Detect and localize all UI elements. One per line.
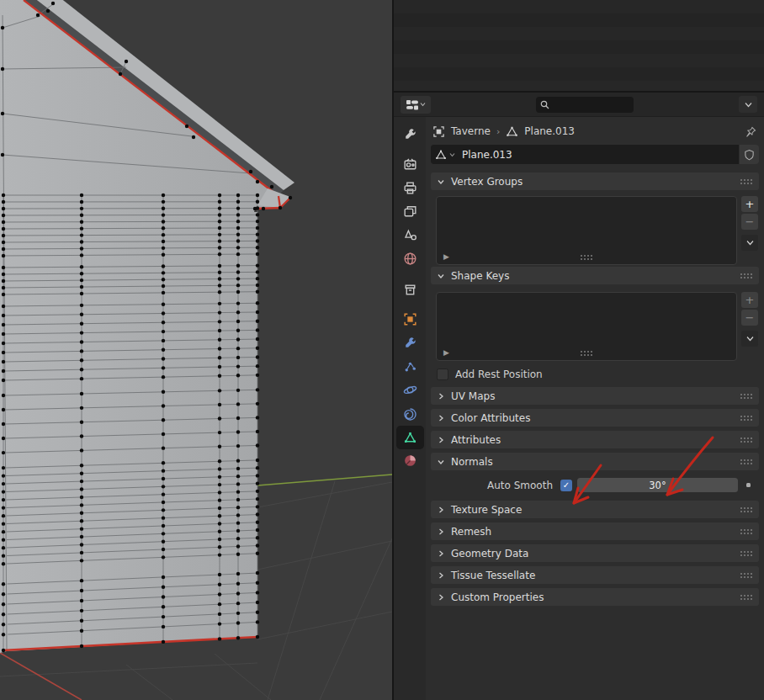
header-menu-button[interactable] (739, 96, 757, 113)
object-data-properties-icon (402, 430, 418, 446)
tab-output[interactable] (396, 176, 424, 199)
grip-icon[interactable] (740, 506, 753, 513)
modifier-properties-icon (402, 335, 418, 351)
chevron-down-icon (420, 102, 426, 107)
auto-smooth-row: Auto Smooth ✓ 30° (431, 475, 759, 501)
panel-header-collapsed[interactable]: Remesh (431, 522, 759, 540)
tab-object-data[interactable] (396, 426, 424, 449)
material-properties-icon (402, 453, 418, 469)
vertex-group-specials-button[interactable] (741, 235, 758, 251)
auto-smooth-checkbox[interactable]: ✓ (560, 480, 572, 491)
tab-tool[interactable] (396, 122, 424, 146)
panel-shape-keys: Shape Keys ▶ (431, 267, 759, 387)
pin-icon[interactable] (745, 125, 757, 138)
panel-header-collapsed[interactable]: UV Maps (431, 387, 759, 405)
auto-smooth-angle-slider[interactable]: 30° (577, 478, 738, 492)
grip-icon[interactable] (740, 415, 753, 422)
breadcrumb-object-name[interactable]: Taverne (451, 125, 491, 137)
tab-particles[interactable] (396, 354, 424, 378)
auto-smooth-label: Auto Smooth (431, 480, 555, 491)
add-shape-key-button[interactable]: + (741, 292, 758, 308)
fake-user-button[interactable] (740, 145, 759, 164)
panel-header-collapsed[interactable]: Color Attributes (431, 409, 759, 427)
panel-title: Shape Keys (451, 270, 734, 282)
tab-object[interactable] (396, 307, 424, 331)
vertex-groups-list[interactable]: ▶ (436, 196, 737, 265)
tab-view-layer[interactable] (396, 199, 424, 223)
remove-shape-key-button[interactable]: − (741, 310, 758, 326)
grip-icon[interactable] (740, 273, 753, 279)
output-properties-icon (402, 180, 418, 196)
shape-key-specials-button[interactable] (741, 331, 758, 347)
normals-header[interactable]: Normals (431, 453, 759, 470)
editor-type-button[interactable] (401, 96, 431, 114)
shape-keys-list[interactable]: ▶ (436, 292, 737, 361)
panel-header-collapsed[interactable]: Geometry Data (431, 544, 759, 562)
grip-icon[interactable] (740, 459, 753, 465)
shape-keys-header[interactable]: Shape Keys (431, 267, 759, 284)
panel-title: Geometry Data (451, 548, 734, 559)
remove-vertex-group-button[interactable]: − (741, 214, 758, 230)
tab-material[interactable] (396, 448, 424, 472)
3d-viewport[interactable] (0, 0, 392, 700)
render-properties-icon (402, 156, 418, 172)
panel-title: Color Attributes (451, 412, 734, 424)
tab-world[interactable] (396, 247, 424, 270)
grip-icon[interactable] (740, 572, 753, 579)
grip-icon[interactable] (740, 594, 753, 601)
grip-icon[interactable] (580, 350, 593, 357)
tab-constraints[interactable] (396, 402, 424, 426)
chevron-down-icon (437, 272, 445, 280)
chevron-down-icon (746, 336, 754, 342)
panel-header-collapsed[interactable]: Tissue Tessellate (431, 566, 759, 584)
chevron-right-icon (437, 593, 445, 602)
properties-header (394, 93, 764, 117)
vertex-groups-header[interactable]: Vertex Groups (431, 172, 759, 190)
keyframe-decorator-dot[interactable] (746, 483, 751, 487)
breadcrumb-data-name[interactable]: Plane.013 (524, 125, 575, 137)
chevron-right-icon (437, 436, 445, 444)
tab-render[interactable] (396, 152, 424, 176)
tab-physics[interactable] (396, 378, 424, 401)
mesh-data-icon (506, 125, 518, 138)
properties-panel-area: Taverne › Plane.013 (426, 117, 764, 700)
vertex-groups-buttons: + − (741, 196, 759, 265)
search-input[interactable] (553, 98, 629, 111)
outliner-panel[interactable] (394, 0, 764, 93)
object-icon (432, 125, 445, 138)
grip-icon[interactable] (740, 178, 753, 185)
panel-title: Normals (451, 456, 734, 468)
properties-editor: Taverne › Plane.013 (394, 93, 764, 700)
add-vertex-group-button[interactable]: + (741, 196, 758, 212)
filter-expand-icon[interactable]: ▶ (443, 348, 449, 357)
grip-icon[interactable] (740, 437, 753, 443)
tab-collection[interactable] (396, 278, 424, 301)
properties-body: Taverne › Plane.013 (394, 117, 764, 700)
shape-keys-body: ▶ + − (431, 289, 759, 387)
panel-header-collapsed[interactable]: Texture Space (431, 501, 759, 518)
shape-keys-buttons: + − (741, 292, 759, 361)
search-box[interactable] (536, 97, 634, 113)
add-rest-position-label: Add Rest Position (455, 369, 543, 380)
chevron-right-icon (437, 571, 445, 580)
right-editor-column: Taverne › Plane.013 (392, 0, 764, 700)
shield-icon (744, 149, 755, 161)
add-rest-position-checkbox[interactable] (437, 369, 448, 380)
panel-header-collapsed[interactable]: Custom Properties (431, 588, 759, 606)
datablock-name-field[interactable]: Plane.013 (431, 145, 739, 164)
grip-icon[interactable] (740, 393, 753, 400)
grip-icon[interactable] (580, 254, 593, 261)
chevron-down-icon[interactable] (449, 152, 455, 157)
panel-header-collapsed[interactable]: Attributes (431, 431, 759, 448)
chevron-down-icon (437, 178, 445, 186)
properties-tab-column (394, 117, 426, 700)
filter-expand-icon[interactable]: ▶ (443, 252, 449, 261)
grip-icon[interactable] (740, 550, 753, 557)
properties-editor-icon (406, 99, 419, 110)
tab-scene[interactable] (396, 223, 424, 247)
breadcrumb-separator-icon: › (496, 126, 500, 137)
panel-title: Remesh (451, 526, 734, 538)
grip-icon[interactable] (740, 528, 753, 535)
datablock-name-value[interactable]: Plane.013 (458, 149, 512, 161)
tab-modifiers[interactable] (396, 331, 424, 354)
